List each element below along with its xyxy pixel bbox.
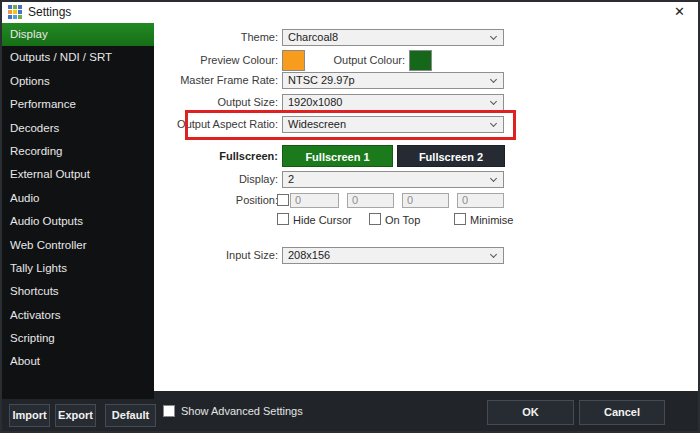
chevron-down-icon — [490, 175, 497, 182]
on-top-checkbox[interactable] — [369, 213, 381, 225]
sidebar: Display Outputs / NDI / SRT Options Perf… — [2, 23, 154, 399]
master-frame-rate-select[interactable]: NTSC 29.97p — [282, 72, 504, 89]
on-top-label: On Top — [385, 214, 420, 227]
chevron-down-icon — [490, 98, 497, 105]
sidebar-item-recording[interactable]: Recording — [2, 140, 154, 163]
position-x-input[interactable]: 0 — [290, 193, 339, 208]
display-settings-panel: Theme: Charcoal8 Preview Colour: Output … — [154, 23, 700, 391]
position-y-input[interactable]: 0 — [347, 193, 394, 208]
sidebar-item-outputs-ndi-srt[interactable]: Outputs / NDI / SRT — [2, 46, 154, 69]
title-bar: Settings ✕ — [2, 2, 698, 23]
display-select[interactable]: 2 — [282, 171, 504, 188]
chevron-down-icon — [490, 76, 497, 83]
sidebar-item-performance[interactable]: Performance — [2, 93, 154, 116]
position-width-input[interactable]: 0 — [402, 193, 449, 208]
chevron-down-icon — [490, 33, 497, 40]
sidebar-item-audio[interactable]: Audio — [2, 187, 154, 210]
sidebar-item-external-output[interactable]: External Output — [2, 163, 154, 186]
sidebar-item-scripting[interactable]: Scripting — [2, 327, 154, 350]
position-label: Position: — [154, 192, 278, 209]
sidebar-item-options[interactable]: Options — [2, 70, 154, 93]
settings-grid-icon — [8, 5, 22, 19]
master-frame-rate-label: Master Frame Rate: — [154, 72, 278, 89]
cancel-button[interactable]: Cancel — [579, 400, 665, 425]
minimise-checkbox[interactable] — [454, 213, 466, 225]
output-colour-swatch[interactable] — [409, 50, 432, 71]
sidebar-item-shortcuts[interactable]: Shortcuts — [2, 280, 154, 303]
output-aspect-ratio-label: Output Aspect Ratio: — [154, 116, 278, 133]
settings-window: Settings ✕ Display Outputs / NDI / SRT O… — [0, 0, 700, 433]
sidebar-item-activators[interactable]: Activators — [2, 304, 154, 327]
ok-button[interactable]: OK — [487, 400, 574, 425]
close-icon[interactable]: ✕ — [674, 4, 685, 19]
output-size-label: Output Size: — [154, 94, 278, 111]
input-size-select[interactable]: 208x156 — [282, 247, 504, 264]
chevron-down-icon — [490, 120, 497, 127]
output-aspect-ratio-select[interactable]: Widescreen — [282, 116, 504, 133]
position-checkbox[interactable] — [277, 194, 289, 206]
chevron-down-icon — [490, 251, 497, 258]
theme-label: Theme: — [154, 29, 278, 46]
hide-cursor-label: Hide Cursor — [293, 214, 352, 227]
sidebar-item-tally-lights[interactable]: Tally Lights — [2, 257, 154, 280]
input-size-label: Input Size: — [154, 247, 278, 264]
display-label: Display: — [154, 171, 278, 188]
output-size-select[interactable]: 1920x1080 — [282, 94, 504, 111]
fullscreen-1-button[interactable]: Fullscreen 1 — [282, 145, 393, 167]
show-advanced-settings-label: Show Advanced Settings — [181, 405, 303, 417]
import-button[interactable]: Import — [9, 404, 50, 427]
sidebar-item-web-controller[interactable]: Web Controller — [2, 234, 154, 257]
position-height-input[interactable]: 0 — [457, 193, 504, 208]
sidebar-item-decoders[interactable]: Decoders — [2, 117, 154, 140]
sidebar-item-display[interactable]: Display — [2, 23, 154, 46]
minimise-label: Minimise — [470, 214, 513, 227]
output-colour-label: Output Colour: — [154, 52, 405, 69]
fullscreen-label: Fullscreen: — [154, 148, 278, 165]
theme-select[interactable]: Charcoal8 — [282, 29, 504, 46]
fullscreen-2-button[interactable]: Fullscreen 2 — [397, 145, 505, 167]
show-advanced-settings-checkbox[interactable] — [163, 405, 175, 417]
hide-cursor-checkbox[interactable] — [277, 213, 289, 225]
sidebar-item-audio-outputs[interactable]: Audio Outputs — [2, 210, 154, 233]
default-button[interactable]: Default — [105, 404, 156, 427]
export-button[interactable]: Export — [55, 404, 96, 427]
window-title: Settings — [28, 5, 71, 19]
sidebar-item-about[interactable]: About — [2, 350, 154, 373]
